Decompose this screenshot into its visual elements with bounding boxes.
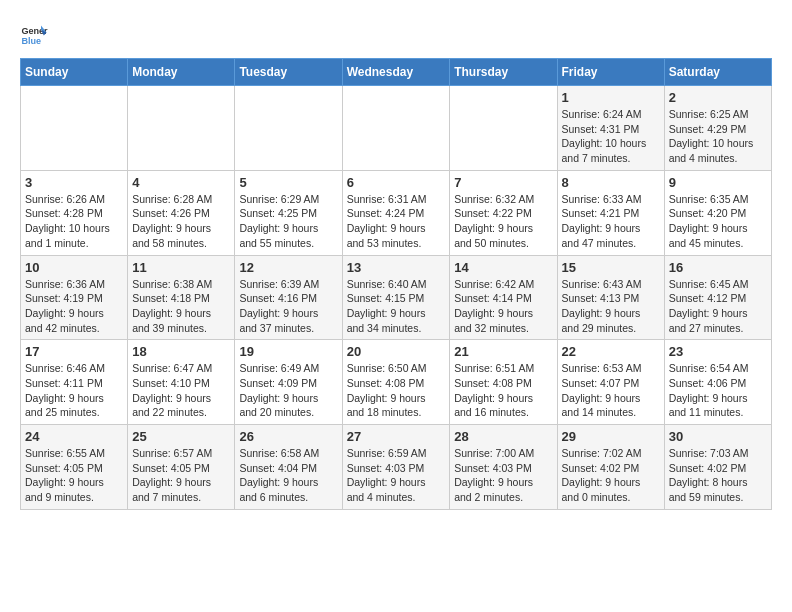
weekday-header-cell: Friday	[557, 59, 664, 86]
calendar-cell	[235, 86, 342, 171]
day-number: 7	[454, 175, 552, 190]
calendar-cell: 3Sunrise: 6:26 AM Sunset: 4:28 PM Daylig…	[21, 170, 128, 255]
calendar-cell: 29Sunrise: 7:02 AM Sunset: 4:02 PM Dayli…	[557, 425, 664, 510]
day-number: 22	[562, 344, 660, 359]
day-info: Sunrise: 6:29 AM Sunset: 4:25 PM Dayligh…	[239, 192, 337, 251]
day-info: Sunrise: 6:40 AM Sunset: 4:15 PM Dayligh…	[347, 277, 446, 336]
weekday-header-cell: Wednesday	[342, 59, 450, 86]
day-number: 29	[562, 429, 660, 444]
day-number: 4	[132, 175, 230, 190]
day-number: 5	[239, 175, 337, 190]
day-number: 15	[562, 260, 660, 275]
day-number: 25	[132, 429, 230, 444]
calendar-cell: 12Sunrise: 6:39 AM Sunset: 4:16 PM Dayli…	[235, 255, 342, 340]
calendar-cell: 19Sunrise: 6:49 AM Sunset: 4:09 PM Dayli…	[235, 340, 342, 425]
day-number: 17	[25, 344, 123, 359]
day-info: Sunrise: 6:54 AM Sunset: 4:06 PM Dayligh…	[669, 361, 767, 420]
calendar-cell: 1Sunrise: 6:24 AM Sunset: 4:31 PM Daylig…	[557, 86, 664, 171]
day-info: Sunrise: 6:43 AM Sunset: 4:13 PM Dayligh…	[562, 277, 660, 336]
calendar-cell: 6Sunrise: 6:31 AM Sunset: 4:24 PM Daylig…	[342, 170, 450, 255]
svg-text:Blue: Blue	[21, 36, 41, 46]
day-info: Sunrise: 6:47 AM Sunset: 4:10 PM Dayligh…	[132, 361, 230, 420]
calendar-cell: 30Sunrise: 7:03 AM Sunset: 4:02 PM Dayli…	[664, 425, 771, 510]
calendar-cell: 18Sunrise: 6:47 AM Sunset: 4:10 PM Dayli…	[128, 340, 235, 425]
logo-icon: General Blue	[20, 20, 48, 48]
calendar-table: SundayMondayTuesdayWednesdayThursdayFrid…	[20, 58, 772, 510]
calendar-cell: 27Sunrise: 6:59 AM Sunset: 4:03 PM Dayli…	[342, 425, 450, 510]
weekday-header-cell: Thursday	[450, 59, 557, 86]
calendar-cell: 14Sunrise: 6:42 AM Sunset: 4:14 PM Dayli…	[450, 255, 557, 340]
calendar-cell: 16Sunrise: 6:45 AM Sunset: 4:12 PM Dayli…	[664, 255, 771, 340]
day-number: 16	[669, 260, 767, 275]
day-info: Sunrise: 6:26 AM Sunset: 4:28 PM Dayligh…	[25, 192, 123, 251]
calendar-week-row: 17Sunrise: 6:46 AM Sunset: 4:11 PM Dayli…	[21, 340, 772, 425]
calendar-cell: 17Sunrise: 6:46 AM Sunset: 4:11 PM Dayli…	[21, 340, 128, 425]
day-info: Sunrise: 7:00 AM Sunset: 4:03 PM Dayligh…	[454, 446, 552, 505]
page-header: General Blue	[20, 20, 772, 48]
calendar-cell: 4Sunrise: 6:28 AM Sunset: 4:26 PM Daylig…	[128, 170, 235, 255]
day-number: 14	[454, 260, 552, 275]
day-info: Sunrise: 6:31 AM Sunset: 4:24 PM Dayligh…	[347, 192, 446, 251]
weekday-header-cell: Saturday	[664, 59, 771, 86]
calendar-cell	[128, 86, 235, 171]
calendar-cell: 20Sunrise: 6:50 AM Sunset: 4:08 PM Dayli…	[342, 340, 450, 425]
day-number: 10	[25, 260, 123, 275]
calendar-cell: 9Sunrise: 6:35 AM Sunset: 4:20 PM Daylig…	[664, 170, 771, 255]
calendar-cell: 5Sunrise: 6:29 AM Sunset: 4:25 PM Daylig…	[235, 170, 342, 255]
day-info: Sunrise: 6:36 AM Sunset: 4:19 PM Dayligh…	[25, 277, 123, 336]
day-number: 6	[347, 175, 446, 190]
calendar-cell: 22Sunrise: 6:53 AM Sunset: 4:07 PM Dayli…	[557, 340, 664, 425]
day-info: Sunrise: 6:51 AM Sunset: 4:08 PM Dayligh…	[454, 361, 552, 420]
calendar-cell: 21Sunrise: 6:51 AM Sunset: 4:08 PM Dayli…	[450, 340, 557, 425]
calendar-cell	[21, 86, 128, 171]
day-number: 1	[562, 90, 660, 105]
day-number: 20	[347, 344, 446, 359]
day-number: 11	[132, 260, 230, 275]
weekday-header-cell: Monday	[128, 59, 235, 86]
calendar-cell: 2Sunrise: 6:25 AM Sunset: 4:29 PM Daylig…	[664, 86, 771, 171]
day-info: Sunrise: 7:03 AM Sunset: 4:02 PM Dayligh…	[669, 446, 767, 505]
day-number: 26	[239, 429, 337, 444]
calendar-body: 1Sunrise: 6:24 AM Sunset: 4:31 PM Daylig…	[21, 86, 772, 510]
day-info: Sunrise: 6:32 AM Sunset: 4:22 PM Dayligh…	[454, 192, 552, 251]
day-number: 27	[347, 429, 446, 444]
day-info: Sunrise: 6:39 AM Sunset: 4:16 PM Dayligh…	[239, 277, 337, 336]
day-number: 9	[669, 175, 767, 190]
calendar-cell: 8Sunrise: 6:33 AM Sunset: 4:21 PM Daylig…	[557, 170, 664, 255]
day-info: Sunrise: 6:57 AM Sunset: 4:05 PM Dayligh…	[132, 446, 230, 505]
day-info: Sunrise: 6:45 AM Sunset: 4:12 PM Dayligh…	[669, 277, 767, 336]
calendar-cell: 25Sunrise: 6:57 AM Sunset: 4:05 PM Dayli…	[128, 425, 235, 510]
day-info: Sunrise: 6:38 AM Sunset: 4:18 PM Dayligh…	[132, 277, 230, 336]
day-info: Sunrise: 6:46 AM Sunset: 4:11 PM Dayligh…	[25, 361, 123, 420]
calendar-cell	[342, 86, 450, 171]
day-info: Sunrise: 6:55 AM Sunset: 4:05 PM Dayligh…	[25, 446, 123, 505]
day-number: 23	[669, 344, 767, 359]
day-number: 24	[25, 429, 123, 444]
day-info: Sunrise: 6:25 AM Sunset: 4:29 PM Dayligh…	[669, 107, 767, 166]
calendar-week-row: 1Sunrise: 6:24 AM Sunset: 4:31 PM Daylig…	[21, 86, 772, 171]
day-number: 2	[669, 90, 767, 105]
day-info: Sunrise: 6:42 AM Sunset: 4:14 PM Dayligh…	[454, 277, 552, 336]
day-number: 28	[454, 429, 552, 444]
day-number: 19	[239, 344, 337, 359]
day-number: 12	[239, 260, 337, 275]
day-info: Sunrise: 7:02 AM Sunset: 4:02 PM Dayligh…	[562, 446, 660, 505]
calendar-cell	[450, 86, 557, 171]
calendar-cell: 24Sunrise: 6:55 AM Sunset: 4:05 PM Dayli…	[21, 425, 128, 510]
calendar-cell: 7Sunrise: 6:32 AM Sunset: 4:22 PM Daylig…	[450, 170, 557, 255]
calendar-week-row: 24Sunrise: 6:55 AM Sunset: 4:05 PM Dayli…	[21, 425, 772, 510]
day-info: Sunrise: 6:59 AM Sunset: 4:03 PM Dayligh…	[347, 446, 446, 505]
day-number: 8	[562, 175, 660, 190]
calendar-cell: 28Sunrise: 7:00 AM Sunset: 4:03 PM Dayli…	[450, 425, 557, 510]
day-number: 3	[25, 175, 123, 190]
calendar-cell: 15Sunrise: 6:43 AM Sunset: 4:13 PM Dayli…	[557, 255, 664, 340]
calendar-cell: 26Sunrise: 6:58 AM Sunset: 4:04 PM Dayli…	[235, 425, 342, 510]
weekday-header-row: SundayMondayTuesdayWednesdayThursdayFrid…	[21, 59, 772, 86]
day-info: Sunrise: 6:50 AM Sunset: 4:08 PM Dayligh…	[347, 361, 446, 420]
weekday-header-cell: Tuesday	[235, 59, 342, 86]
day-info: Sunrise: 6:58 AM Sunset: 4:04 PM Dayligh…	[239, 446, 337, 505]
weekday-header-cell: Sunday	[21, 59, 128, 86]
day-info: Sunrise: 6:24 AM Sunset: 4:31 PM Dayligh…	[562, 107, 660, 166]
day-info: Sunrise: 6:49 AM Sunset: 4:09 PM Dayligh…	[239, 361, 337, 420]
day-info: Sunrise: 6:35 AM Sunset: 4:20 PM Dayligh…	[669, 192, 767, 251]
